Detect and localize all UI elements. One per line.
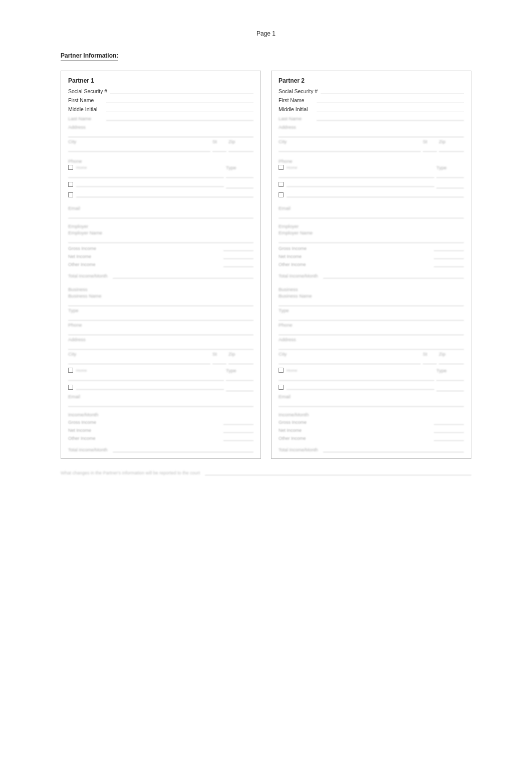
partner2-zip-label: Zip [439,139,464,144]
partner1-biz-other-field[interactable] [223,434,253,441]
partner2-city-label: City [279,139,421,144]
partner1-biz-zip-field[interactable] [228,358,253,364]
partner1-biz-work-field[interactable] [76,383,224,390]
partner1-email-field[interactable] [68,212,253,218]
partner1-biz-work-checkbox[interactable] [68,385,73,390]
partner2-biz-home-field[interactable] [279,374,434,381]
partner1-biz-net-field[interactable] [223,426,253,433]
partner1-zip-field[interactable] [228,145,253,152]
partner1-type-label: Type [226,165,253,170]
partner1-biz-type2-field[interactable] [226,374,253,381]
partner1-biz-address-field[interactable] [68,343,253,350]
partner2-biz-address-label: Address [279,337,464,342]
partner1-biz-email-field[interactable] [68,400,253,407]
partner2-city-field[interactable] [279,145,421,152]
partner1-middleinitial-field[interactable] [106,105,253,112]
partner1-ssn-field[interactable] [110,87,253,94]
partner2-biz-gross-field[interactable] [434,418,464,425]
partner2-biz-work-field[interactable] [287,383,434,390]
partner2-zip-field[interactable] [439,145,464,152]
partner2-firstname-field[interactable] [317,96,464,103]
partner2-biz-city-field[interactable] [279,358,421,364]
partner2-net-field[interactable] [434,252,464,259]
partner1-other-field[interactable] [223,260,253,267]
footer-line[interactable] [205,469,471,475]
partner2-biz-other-label: Other Income [279,436,432,441]
partner2-employer-name-field[interactable] [279,236,464,243]
partner1-biz-gross-field[interactable] [223,418,253,425]
partner2-work-field[interactable] [287,180,434,187]
partner1-firstname-field[interactable] [106,96,253,103]
partner2-biz-gross-label: Gross Income [279,420,432,425]
partner2-home-checkbox[interactable] [279,165,284,170]
partner1-cell-field[interactable] [76,191,253,197]
partner1-net-field[interactable] [223,252,253,259]
partner2-state-field[interactable] [423,145,437,152]
partner1-city-field[interactable] [68,145,210,152]
partner2-middleinitial-field[interactable] [317,105,464,112]
partner1-biz-work-type-field[interactable] [226,385,253,391]
partner1-biz-phone-field[interactable] [68,329,253,335]
partner2-total-field[interactable] [323,272,464,279]
partner1-biz-name-field[interactable] [68,300,253,306]
partner1-total-field[interactable] [113,272,253,279]
partner1-biz-type-field[interactable] [68,314,253,321]
partner2-gross-field[interactable] [434,244,464,251]
partner1-biz-gross-label: Gross Income [68,420,221,425]
partner1-state-label: St [212,139,226,144]
partner2-type-field[interactable] [436,171,464,178]
partner2-biz-name-field[interactable] [279,300,464,306]
partner2-ssn-row: Social Security # [279,87,464,94]
partner2-cell-field[interactable] [287,191,464,197]
partner2-biz-home-checkbox[interactable] [279,368,284,373]
partner2-email-field[interactable] [279,212,464,218]
partner1-home-field[interactable] [68,171,224,178]
partner2-home-field[interactable] [279,171,434,178]
partner2-biz-zip-field[interactable] [439,358,464,364]
partner2-biz-address-field[interactable] [279,343,464,350]
partner2-biz-total-field[interactable] [323,446,464,452]
partner2-other-field[interactable] [434,260,464,267]
partner2-email-section: Email [279,205,464,218]
partner2-ssn-field[interactable] [321,87,464,94]
partner1-biz-city-field[interactable] [68,358,210,364]
partner1-biz-home-field[interactable] [68,374,224,381]
partner2-lastname-field[interactable] [317,114,464,121]
footer-row: What changes in the Partner's informatio… [61,469,471,475]
partner1-employer-name-field[interactable] [68,236,253,243]
partner2-biz-type-field[interactable] [279,314,464,321]
partner1-header: Partner 1 [68,77,253,84]
partner1-employer-header: Employer [68,223,253,229]
partner1-work-field[interactable] [76,180,224,187]
partner2-biz-email-field[interactable] [279,400,464,407]
partner2-biz-type2-field[interactable] [436,374,464,381]
partner1-cell-checkbox[interactable] [68,192,73,197]
partner2-business-section: Business Business Name Type Phone Addres… [279,287,464,407]
partner2-biz-total-label: Total Income/Month [279,447,318,452]
partner2-biz-work-type-field[interactable] [436,385,464,391]
partner1-address-field[interactable] [68,131,253,137]
partner2-cell-checkbox[interactable] [279,192,284,197]
partner1-lastname-field[interactable] [106,114,253,121]
partner2-work-checkbox[interactable] [279,182,284,187]
partner2-biz-net-field[interactable] [434,426,464,433]
partner1-gross-field[interactable] [223,244,253,251]
partner2-biz-phone-field[interactable] [279,329,464,335]
partner2-biz-state-field[interactable] [423,358,437,364]
partner2-biz-other-field[interactable] [434,434,464,441]
partner1-biz-total-field[interactable] [113,446,253,452]
partner2-work-type-field[interactable] [436,182,464,188]
partner1-work-type-field[interactable] [226,182,253,188]
partner1-state-field[interactable] [212,145,226,152]
partner1-home-checkbox[interactable] [68,165,73,170]
partner2-biz-total-row: Total Income/Month [279,446,464,452]
partner1-work-checkbox[interactable] [68,182,73,187]
partner2-biz-work-checkbox[interactable] [279,385,284,390]
partner1-biz-home-checkbox[interactable] [68,368,73,373]
partner1-biz-state-field[interactable] [212,358,226,364]
partner2-phone-section: Phone Home Type [279,158,464,200]
partner1-phone-label: Phone [68,158,253,164]
partner2-address-field[interactable] [279,131,464,137]
partner1-type-field[interactable] [226,171,253,178]
partner1-biz-income-section: Income/Month Gross Income Net Income Oth… [68,412,253,441]
